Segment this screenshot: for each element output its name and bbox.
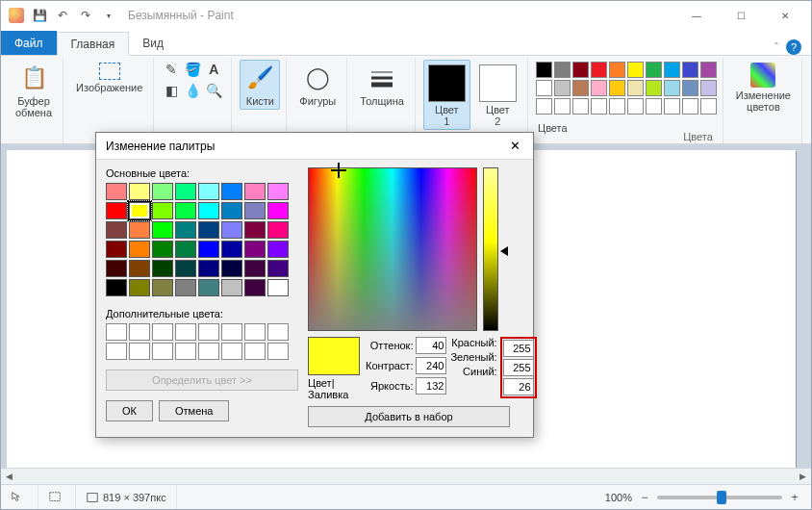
palette-color[interactable] xyxy=(664,62,680,78)
basic-color[interactable] xyxy=(152,279,173,296)
custom-color-slot[interactable] xyxy=(267,323,289,341)
cancel-button[interactable]: Отмена xyxy=(159,400,229,421)
color-gradient[interactable] xyxy=(308,167,477,331)
zoom-slider[interactable] xyxy=(657,496,782,499)
basic-color[interactable] xyxy=(152,241,173,258)
basic-color[interactable] xyxy=(267,221,289,239)
basic-color[interactable] xyxy=(129,279,150,296)
basic-color[interactable] xyxy=(244,221,266,239)
add-to-custom-button[interactable]: Добавить в набор xyxy=(308,406,510,427)
basic-color[interactable] xyxy=(267,260,289,277)
tab-file[interactable]: Файл xyxy=(1,31,57,55)
palette-color[interactable] xyxy=(554,98,571,115)
fill-icon[interactable]: 🪣 xyxy=(183,60,202,79)
basic-color[interactable] xyxy=(129,202,150,219)
basic-color[interactable] xyxy=(152,183,173,200)
palette-color[interactable] xyxy=(609,98,625,115)
text-icon[interactable]: A xyxy=(204,60,223,79)
palette-color[interactable] xyxy=(572,98,589,115)
collapse-ribbon-icon[interactable]: ˆ xyxy=(774,41,778,53)
luminance-bar[interactable] xyxy=(483,167,498,331)
basic-color[interactable] xyxy=(152,221,173,239)
undo-icon[interactable]: ↶ xyxy=(51,4,74,27)
color-palette[interactable] xyxy=(536,62,717,115)
tab-home[interactable]: Главная xyxy=(57,32,130,56)
hue-input[interactable] xyxy=(416,337,446,354)
custom-color-slot[interactable] xyxy=(106,323,127,341)
custom-color-slot[interactable] xyxy=(198,323,219,341)
picker-icon[interactable]: 💧 xyxy=(183,81,202,100)
basic-color[interactable] xyxy=(221,260,242,277)
color2-button[interactable]: Цвет 2 xyxy=(474,60,521,130)
eraser-icon[interactable]: ◧ xyxy=(162,81,181,100)
custom-color-slot[interactable] xyxy=(267,343,289,360)
basic-color[interactable] xyxy=(129,183,150,200)
custom-color-slot[interactable] xyxy=(152,343,173,360)
palette-color[interactable] xyxy=(682,62,698,78)
palette-color[interactable] xyxy=(536,98,552,115)
basic-color[interactable] xyxy=(175,260,196,277)
basic-color[interactable] xyxy=(152,260,173,277)
palette-color[interactable] xyxy=(700,62,717,78)
basic-color[interactable] xyxy=(106,202,127,219)
custom-color-slot[interactable] xyxy=(106,343,127,360)
scroll-right-icon[interactable]: ▶ xyxy=(795,469,811,485)
palette-color[interactable] xyxy=(682,98,698,115)
basic-color[interactable] xyxy=(244,279,266,296)
palette-color[interactable] xyxy=(627,62,644,78)
basic-color[interactable] xyxy=(175,221,196,239)
dialog-close-button[interactable]: ✕ xyxy=(502,137,527,156)
basic-color[interactable] xyxy=(198,183,219,200)
custom-color-slot[interactable] xyxy=(221,323,242,341)
basic-color[interactable] xyxy=(175,183,196,200)
dialog-titlebar[interactable]: Изменение палитры ✕ xyxy=(96,133,533,160)
thickness-button[interactable]: Толщина xyxy=(355,60,409,110)
palette-color[interactable] xyxy=(664,80,680,96)
basic-color[interactable] xyxy=(198,221,219,239)
zoom-icon[interactable]: 🔍 xyxy=(204,81,223,100)
basic-color[interactable] xyxy=(221,183,242,200)
red-input[interactable] xyxy=(503,340,534,357)
basic-color[interactable] xyxy=(106,260,127,277)
palette-color[interactable] xyxy=(664,98,680,115)
palette-color[interactable] xyxy=(646,98,662,115)
palette-color[interactable] xyxy=(591,62,607,78)
basic-color[interactable] xyxy=(175,241,196,258)
basic-color[interactable] xyxy=(244,260,266,277)
custom-color-slot[interactable] xyxy=(198,343,219,360)
basic-color[interactable] xyxy=(267,183,289,200)
sat-input[interactable] xyxy=(416,357,446,374)
custom-color-slot[interactable] xyxy=(244,343,266,360)
custom-color-slot[interactable] xyxy=(129,323,150,341)
basic-color[interactable] xyxy=(267,202,289,219)
palette-color[interactable] xyxy=(646,62,662,78)
palette-color[interactable] xyxy=(591,98,607,115)
palette-color[interactable] xyxy=(682,80,698,96)
ok-button[interactable]: ОК xyxy=(106,400,153,421)
redo-icon[interactable]: ↷ xyxy=(74,4,97,27)
palette-color[interactable] xyxy=(700,98,717,115)
basic-color[interactable] xyxy=(221,241,242,258)
custom-color-slot[interactable] xyxy=(221,343,242,360)
basic-color[interactable] xyxy=(106,221,127,239)
basic-color[interactable] xyxy=(106,279,127,296)
basic-color[interactable] xyxy=(244,183,266,200)
custom-color-slot[interactable] xyxy=(175,323,196,341)
shapes-button[interactable]: ◯ Фигуры xyxy=(294,60,341,110)
palette-color[interactable] xyxy=(609,62,625,78)
maximize-button[interactable]: ☐ xyxy=(719,1,763,30)
clipboard-button[interactable]: 📋 Буфер обмена xyxy=(11,60,57,121)
tab-view[interactable]: Вид xyxy=(129,31,177,55)
palette-color[interactable] xyxy=(627,80,644,96)
palette-color[interactable] xyxy=(591,80,607,96)
palette-color[interactable] xyxy=(646,80,662,96)
palette-color[interactable] xyxy=(627,98,644,115)
pencil-icon[interactable]: ✎ xyxy=(162,60,181,79)
basic-color[interactable] xyxy=(198,260,219,277)
color1-button[interactable]: Цвет 1 xyxy=(423,60,470,130)
zoom-control[interactable]: 100% − + xyxy=(596,491,811,504)
luminance-arrow-icon[interactable] xyxy=(500,246,508,256)
save-icon[interactable]: 💾 xyxy=(28,4,51,27)
palette-color[interactable] xyxy=(572,80,589,96)
basic-color[interactable] xyxy=(198,241,219,258)
